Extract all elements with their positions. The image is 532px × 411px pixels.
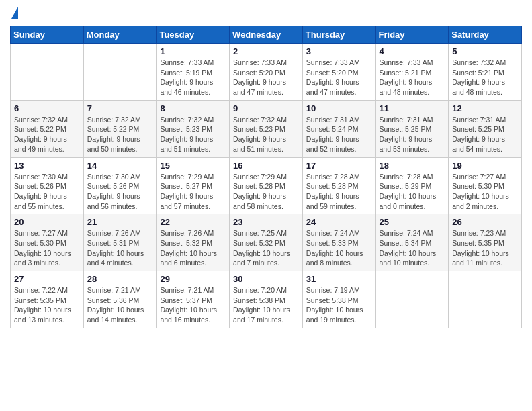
calendar-cell: 5Sunrise: 7:32 AM Sunset: 5:21 PM Daylig… (449, 44, 522, 101)
calendar-cell: 13Sunrise: 7:30 AM Sunset: 5:26 PM Dayli… (11, 157, 84, 214)
day-number: 31 (306, 274, 372, 284)
day-number: 19 (452, 161, 518, 171)
day-detail: Sunrise: 7:20 AM Sunset: 5:38 PM Dayligh… (233, 285, 299, 325)
calendar-week-row: 1Sunrise: 7:33 AM Sunset: 5:19 PM Daylig… (11, 44, 522, 101)
day-detail: Sunrise: 7:33 AM Sunset: 5:19 PM Dayligh… (160, 58, 226, 97)
day-number: 4 (380, 46, 445, 56)
calendar-cell: 23Sunrise: 7:25 AM Sunset: 5:32 PM Dayli… (230, 214, 303, 271)
day-of-week-header: Wednesday (230, 26, 303, 44)
day-number: 23 (233, 217, 299, 227)
day-number: 30 (233, 274, 299, 284)
day-detail: Sunrise: 7:25 AM Sunset: 5:32 PM Dayligh… (233, 228, 299, 268)
day-of-week-header: Saturday (449, 26, 522, 44)
day-detail: Sunrise: 7:29 AM Sunset: 5:27 PM Dayligh… (160, 172, 226, 212)
day-number: 26 (452, 217, 518, 227)
day-number: 28 (87, 274, 153, 284)
day-detail: Sunrise: 7:32 AM Sunset: 5:22 PM Dayligh… (14, 115, 80, 154)
header (10, 7, 522, 20)
calendar-cell: 7Sunrise: 7:32 AM Sunset: 5:22 PM Daylig… (83, 100, 157, 157)
day-number: 12 (452, 103, 518, 113)
day-detail: Sunrise: 7:31 AM Sunset: 5:25 PM Dayligh… (452, 115, 518, 154)
day-detail: Sunrise: 7:32 AM Sunset: 5:23 PM Dayligh… (160, 115, 226, 154)
day-detail: Sunrise: 7:23 AM Sunset: 5:35 PM Dayligh… (452, 228, 518, 268)
calendar-cell (83, 44, 157, 101)
day-number: 11 (380, 103, 445, 113)
day-number: 18 (380, 161, 445, 171)
calendar-cell: 20Sunrise: 7:27 AM Sunset: 5:30 PM Dayli… (11, 214, 84, 271)
calendar-cell: 8Sunrise: 7:32 AM Sunset: 5:23 PM Daylig… (157, 100, 230, 157)
day-detail: Sunrise: 7:28 AM Sunset: 5:28 PM Dayligh… (306, 172, 372, 212)
day-number: 9 (233, 103, 299, 113)
day-detail: Sunrise: 7:31 AM Sunset: 5:24 PM Dayligh… (306, 115, 372, 154)
calendar-cell: 29Sunrise: 7:21 AM Sunset: 5:37 PM Dayli… (157, 271, 230, 328)
day-number: 14 (87, 161, 153, 171)
calendar-cell: 21Sunrise: 7:26 AM Sunset: 5:31 PM Dayli… (83, 214, 157, 271)
day-of-week-header: Tuesday (157, 26, 230, 44)
calendar-week-row: 27Sunrise: 7:22 AM Sunset: 5:35 PM Dayli… (11, 271, 522, 328)
day-number: 6 (14, 103, 80, 113)
calendar-cell: 10Sunrise: 7:31 AM Sunset: 5:24 PM Dayli… (302, 100, 375, 157)
calendar-cell: 9Sunrise: 7:32 AM Sunset: 5:23 PM Daylig… (230, 100, 303, 157)
day-number: 16 (233, 161, 299, 171)
calendar-cell: 25Sunrise: 7:24 AM Sunset: 5:34 PM Dayli… (375, 214, 449, 271)
calendar-cell (375, 271, 449, 328)
day-detail: Sunrise: 7:28 AM Sunset: 5:29 PM Dayligh… (380, 172, 445, 212)
day-detail: Sunrise: 7:29 AM Sunset: 5:28 PM Dayligh… (233, 172, 299, 212)
day-detail: Sunrise: 7:21 AM Sunset: 5:36 PM Dayligh… (87, 285, 153, 325)
day-number: 13 (14, 161, 80, 171)
logo-triangle-icon (11, 7, 18, 19)
day-number: 27 (14, 274, 80, 284)
day-of-week-header: Friday (375, 26, 449, 44)
day-number: 10 (306, 103, 372, 113)
day-of-week-header: Monday (83, 26, 157, 44)
day-detail: Sunrise: 7:33 AM Sunset: 5:20 PM Dayligh… (233, 58, 299, 97)
day-detail: Sunrise: 7:32 AM Sunset: 5:23 PM Dayligh… (233, 115, 299, 154)
day-number: 5 (452, 46, 518, 56)
day-of-week-header: Thursday (302, 26, 375, 44)
calendar-week-row: 6Sunrise: 7:32 AM Sunset: 5:22 PM Daylig… (11, 100, 522, 157)
calendar-cell: 12Sunrise: 7:31 AM Sunset: 5:25 PM Dayli… (449, 100, 522, 157)
day-number: 17 (306, 161, 372, 171)
day-number: 1 (160, 46, 226, 56)
calendar-cell: 22Sunrise: 7:26 AM Sunset: 5:32 PM Dayli… (157, 214, 230, 271)
day-number: 22 (160, 217, 226, 227)
calendar-week-row: 20Sunrise: 7:27 AM Sunset: 5:30 PM Dayli… (11, 214, 522, 271)
calendar-cell: 14Sunrise: 7:30 AM Sunset: 5:26 PM Dayli… (83, 157, 157, 214)
day-detail: Sunrise: 7:32 AM Sunset: 5:22 PM Dayligh… (87, 115, 153, 154)
calendar-cell: 27Sunrise: 7:22 AM Sunset: 5:35 PM Dayli… (11, 271, 84, 328)
calendar-table: SundayMondayTuesdayWednesdayThursdayFrid… (10, 26, 522, 328)
calendar-cell: 24Sunrise: 7:24 AM Sunset: 5:33 PM Dayli… (302, 214, 375, 271)
calendar-cell (449, 271, 522, 328)
day-detail: Sunrise: 7:30 AM Sunset: 5:26 PM Dayligh… (87, 172, 153, 212)
day-number: 25 (380, 217, 445, 227)
calendar-cell: 26Sunrise: 7:23 AM Sunset: 5:35 PM Dayli… (449, 214, 522, 271)
day-detail: Sunrise: 7:24 AM Sunset: 5:34 PM Dayligh… (380, 228, 445, 268)
calendar-cell: 16Sunrise: 7:29 AM Sunset: 5:28 PM Dayli… (230, 157, 303, 214)
day-detail: Sunrise: 7:21 AM Sunset: 5:37 PM Dayligh… (160, 285, 226, 325)
calendar-cell: 28Sunrise: 7:21 AM Sunset: 5:36 PM Dayli… (83, 271, 157, 328)
day-detail: Sunrise: 7:27 AM Sunset: 5:30 PM Dayligh… (14, 228, 80, 268)
day-of-week-header: Sunday (11, 26, 84, 44)
day-number: 15 (160, 161, 226, 171)
calendar-cell (11, 44, 84, 101)
day-number: 8 (160, 103, 226, 113)
day-detail: Sunrise: 7:33 AM Sunset: 5:20 PM Dayligh… (306, 58, 372, 97)
day-detail: Sunrise: 7:31 AM Sunset: 5:25 PM Dayligh… (380, 115, 445, 154)
calendar-cell: 1Sunrise: 7:33 AM Sunset: 5:19 PM Daylig… (157, 44, 230, 101)
day-number: 20 (14, 217, 80, 227)
calendar-cell: 2Sunrise: 7:33 AM Sunset: 5:20 PM Daylig… (230, 44, 303, 101)
calendar-cell: 31Sunrise: 7:19 AM Sunset: 5:38 PM Dayli… (302, 271, 375, 328)
day-number: 29 (160, 274, 226, 284)
calendar-week-row: 13Sunrise: 7:30 AM Sunset: 5:26 PM Dayli… (11, 157, 522, 214)
day-number: 21 (87, 217, 153, 227)
day-detail: Sunrise: 7:26 AM Sunset: 5:32 PM Dayligh… (160, 228, 226, 268)
day-detail: Sunrise: 7:33 AM Sunset: 5:21 PM Dayligh… (380, 58, 445, 97)
day-number: 24 (306, 217, 372, 227)
day-detail: Sunrise: 7:27 AM Sunset: 5:30 PM Dayligh… (452, 172, 518, 212)
calendar-cell: 4Sunrise: 7:33 AM Sunset: 5:21 PM Daylig… (375, 44, 449, 101)
calendar-cell: 17Sunrise: 7:28 AM Sunset: 5:28 PM Dayli… (302, 157, 375, 214)
day-number: 7 (87, 103, 153, 113)
day-detail: Sunrise: 7:32 AM Sunset: 5:21 PM Dayligh… (452, 58, 518, 97)
day-detail: Sunrise: 7:30 AM Sunset: 5:26 PM Dayligh… (14, 172, 80, 212)
calendar-cell: 18Sunrise: 7:28 AM Sunset: 5:29 PM Dayli… (375, 157, 449, 214)
